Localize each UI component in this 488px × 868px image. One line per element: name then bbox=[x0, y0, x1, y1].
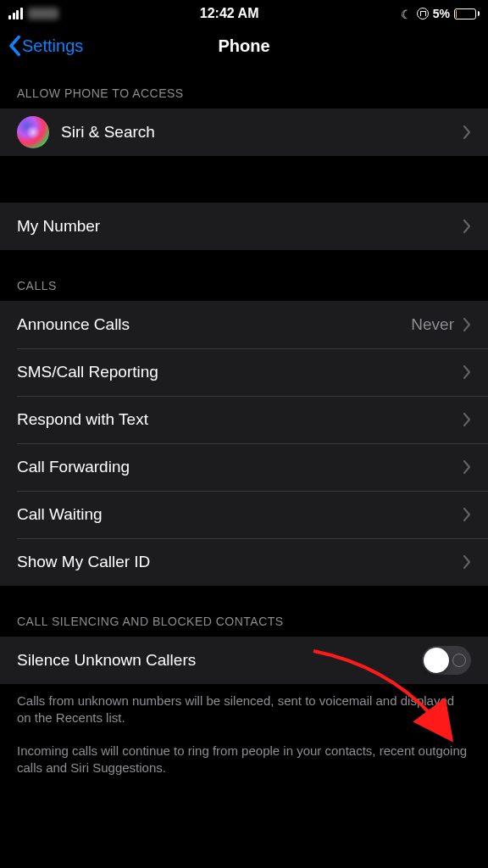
section-header-silencing: CALL SILENCING AND BLOCKED CONTACTS bbox=[0, 586, 488, 637]
do-not-disturb-icon bbox=[401, 8, 413, 19]
back-button[interactable]: Settings bbox=[7, 35, 83, 57]
caller-id-label: Show My Caller ID bbox=[17, 553, 150, 571]
my-number-label: My Number bbox=[17, 217, 100, 236]
toggle-knob bbox=[424, 648, 449, 673]
status-time: 12:42 AM bbox=[200, 6, 259, 21]
group-calls: Announce Calls Never SMS/Call Reporting … bbox=[0, 301, 488, 586]
chevron-right-icon bbox=[463, 317, 471, 332]
silence-unknown-toggle[interactable] bbox=[422, 646, 471, 675]
chevron-right-icon bbox=[463, 364, 471, 380]
status-right: 5% bbox=[401, 7, 480, 20]
cellular-signal-icon bbox=[8, 8, 23, 19]
group-silencing: Silence Unknown Callers bbox=[0, 637, 488, 684]
section-header-access: ALLOW PHONE TO ACCESS bbox=[0, 68, 488, 108]
sms-reporting-label: SMS/Call Reporting bbox=[17, 363, 158, 381]
call-waiting-label: Call Waiting bbox=[17, 505, 103, 524]
row-respond-with-text[interactable]: Respond with Text bbox=[0, 396, 488, 443]
silence-unknown-label: Silence Unknown Callers bbox=[17, 651, 196, 670]
announce-calls-value: Never bbox=[411, 315, 454, 334]
row-sms-reporting[interactable]: SMS/Call Reporting bbox=[0, 348, 488, 396]
back-label: Settings bbox=[22, 36, 83, 56]
chevron-left-icon bbox=[7, 35, 22, 57]
battery-icon bbox=[454, 8, 480, 19]
chevron-right-icon bbox=[463, 554, 471, 570]
row-call-waiting[interactable]: Call Waiting bbox=[0, 491, 488, 538]
group-my-number: My Number bbox=[0, 203, 488, 250]
announce-calls-label: Announce Calls bbox=[17, 315, 130, 334]
section-header-calls: CALLS bbox=[0, 250, 488, 301]
status-bar: 12:42 AM 5% bbox=[0, 0, 488, 24]
battery-percent: 5% bbox=[433, 7, 450, 20]
row-siri-search[interactable]: Siri & Search bbox=[0, 108, 488, 156]
row-silence-unknown[interactable]: Silence Unknown Callers bbox=[0, 637, 488, 684]
chevron-right-icon bbox=[463, 219, 471, 234]
row-announce-calls[interactable]: Announce Calls Never bbox=[0, 301, 488, 348]
row-caller-id[interactable]: Show My Caller ID bbox=[0, 538, 488, 586]
silence-footer-1: Calls from unknown numbers will be silen… bbox=[0, 684, 488, 727]
row-my-number[interactable]: My Number bbox=[0, 203, 488, 250]
nav-bar: Settings Phone bbox=[0, 24, 488, 68]
chevron-right-icon bbox=[463, 125, 471, 140]
siri-label: Siri & Search bbox=[61, 123, 155, 142]
orientation-lock-icon bbox=[417, 8, 429, 19]
call-forwarding-label: Call Forwarding bbox=[17, 458, 130, 476]
chevron-right-icon bbox=[463, 412, 471, 427]
chevron-right-icon bbox=[463, 507, 471, 522]
group-access: Siri & Search bbox=[0, 108, 488, 156]
toggle-off-indicator bbox=[452, 654, 466, 667]
chevron-right-icon bbox=[463, 459, 471, 475]
status-left bbox=[8, 8, 58, 19]
respond-text-label: Respond with Text bbox=[17, 410, 148, 429]
silence-footer-2: Incoming calls will continue to ring fro… bbox=[0, 727, 488, 777]
siri-icon bbox=[17, 116, 49, 148]
row-call-forwarding[interactable]: Call Forwarding bbox=[0, 443, 488, 491]
page-title: Phone bbox=[218, 36, 269, 56]
carrier-redacted bbox=[28, 8, 58, 19]
